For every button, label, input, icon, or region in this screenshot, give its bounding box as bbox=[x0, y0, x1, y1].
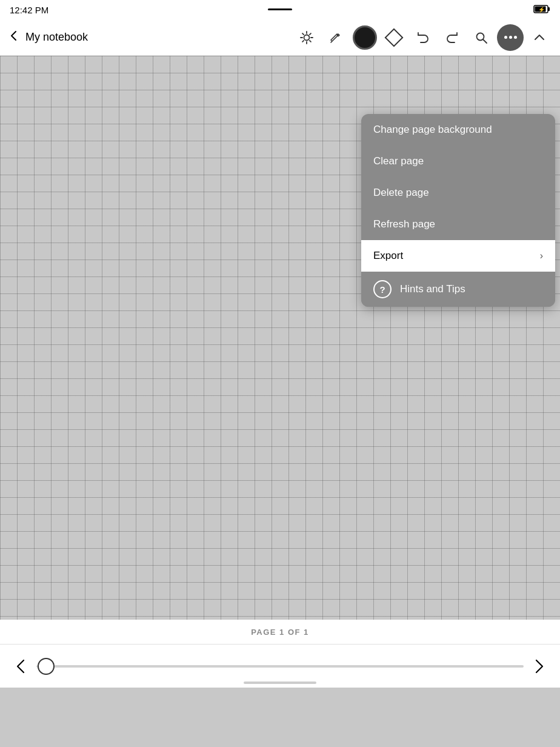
collapse-button[interactable] bbox=[526, 24, 553, 51]
menu-item-hints[interactable]: ? Hints and Tips bbox=[361, 272, 555, 307]
status-bar: 12:42 PM ⚡ bbox=[0, 0, 560, 19]
menu-item-delete-page[interactable]: Delete page bbox=[361, 177, 555, 209]
svg-line-12 bbox=[302, 40, 304, 41]
diamond-icon bbox=[384, 28, 403, 47]
svg-line-10 bbox=[310, 40, 311, 41]
svg-point-4 bbox=[304, 35, 310, 40]
pen-button[interactable] bbox=[322, 24, 349, 51]
status-time: 12:42 PM bbox=[10, 5, 48, 15]
bottom-bar bbox=[0, 644, 560, 688]
scrubber-thumb bbox=[38, 658, 55, 675]
next-page-button[interactable] bbox=[528, 655, 550, 677]
canvas-area[interactable]: Change page background Clear page Delete… bbox=[0, 56, 560, 620]
page-scrubber[interactable] bbox=[36, 665, 524, 668]
battery-icon: ⚡ bbox=[533, 4, 550, 16]
brightness-button[interactable] bbox=[293, 24, 320, 51]
svg-rect-2 bbox=[548, 7, 550, 11]
svg-text:⚡: ⚡ bbox=[538, 6, 545, 13]
toolbar: My notebook bbox=[0, 19, 560, 56]
svg-line-11 bbox=[310, 33, 311, 35]
home-indicator bbox=[244, 682, 316, 684]
notebook-title: My notebook bbox=[25, 31, 88, 44]
more-button[interactable] bbox=[497, 24, 524, 51]
menu-item-clear-page[interactable]: Clear page bbox=[361, 146, 555, 177]
toolbar-icons bbox=[293, 24, 553, 51]
more-dot bbox=[514, 36, 517, 39]
page-indicator-text: PAGE 1 OF 1 bbox=[251, 628, 309, 637]
more-dot bbox=[504, 36, 507, 39]
svg-line-14 bbox=[484, 39, 487, 43]
circle-tool-indicator bbox=[353, 25, 377, 50]
status-bar-line bbox=[268, 8, 292, 10]
menu-item-export[interactable]: Export › bbox=[361, 240, 555, 272]
toolbar-back: My notebook bbox=[7, 29, 293, 46]
prev-page-button[interactable] bbox=[10, 655, 32, 677]
undo-button[interactable] bbox=[410, 24, 436, 51]
menu-item-change-bg[interactable]: Change page background bbox=[361, 114, 555, 146]
more-dot bbox=[509, 36, 512, 39]
diamond-button[interactable] bbox=[381, 24, 407, 51]
search-button[interactable] bbox=[468, 24, 495, 51]
svg-line-9 bbox=[302, 33, 304, 35]
hints-label: Hints and Tips bbox=[400, 283, 465, 295]
redo-button[interactable] bbox=[439, 24, 465, 51]
status-right: ⚡ bbox=[533, 4, 550, 16]
hints-question-icon: ? bbox=[373, 280, 392, 298]
menu-item-refresh-page[interactable]: Refresh page bbox=[361, 209, 555, 240]
circle-tool-button[interactable] bbox=[352, 24, 378, 51]
svg-point-13 bbox=[477, 33, 484, 40]
dropdown-menu: Change page background Clear page Delete… bbox=[361, 114, 555, 307]
back-button[interactable] bbox=[7, 29, 21, 46]
export-chevron-right-icon: › bbox=[540, 250, 543, 261]
page-indicator: PAGE 1 OF 1 bbox=[0, 620, 560, 644]
